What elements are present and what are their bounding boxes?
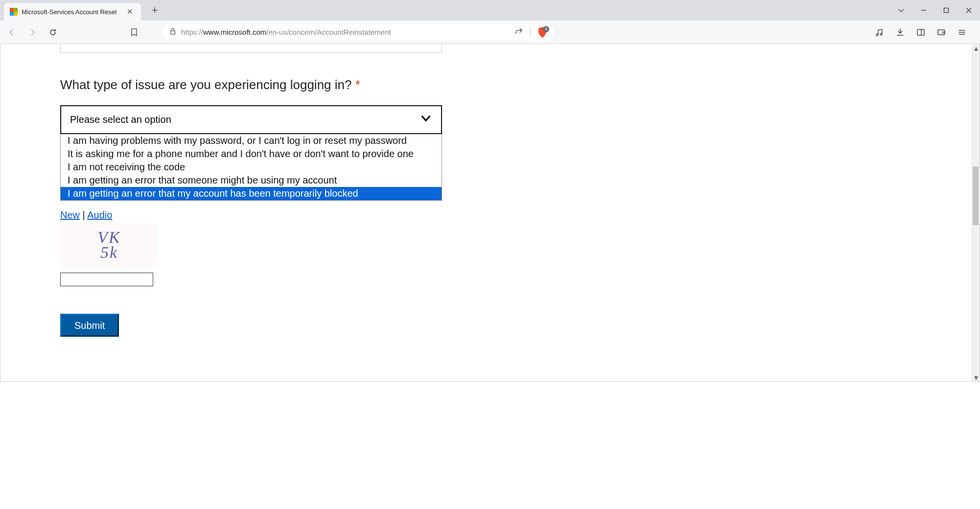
downloads-icon[interactable] (895, 27, 906, 38)
scrollbar-down-arrow[interactable]: ▾ (972, 373, 980, 381)
toolbar-right-icons (874, 27, 975, 38)
address-url: https://www.microsoft.com/en-us/concern/… (181, 28, 391, 36)
select-option[interactable]: I am getting an error that someone might… (61, 174, 442, 187)
nav-back-button[interactable] (5, 25, 19, 39)
captcha-input[interactable] (60, 273, 153, 286)
scrollbar-thumb[interactable] (973, 166, 979, 225)
new-tab-button[interactable]: + (148, 3, 162, 17)
captcha-new-link[interactable]: New (60, 209, 80, 220)
lock-icon (169, 27, 176, 37)
wallet-icon[interactable] (936, 27, 947, 38)
select-option[interactable]: I am having problems with my password, o… (61, 134, 442, 147)
select-placeholder: Please select an option (70, 114, 171, 125)
brave-shield-icon[interactable]: 3 (537, 27, 547, 38)
browser-chrome: Microsoft-Services Account Reset ✕ + (0, 0, 980, 44)
window-close-button[interactable] (957, 0, 980, 21)
microsoft-favicon (10, 8, 18, 16)
select-dropdown: I am having problems with my password, o… (60, 134, 442, 201)
tab-close-button[interactable]: ✕ (125, 7, 135, 16)
tab-bar: Microsoft-Services Account Reset ✕ + (0, 0, 980, 21)
tab-overflow-button[interactable] (890, 0, 912, 21)
svg-rect-2 (171, 31, 175, 34)
browser-tab[interactable]: Microsoft-Services Account Reset ✕ (4, 3, 141, 21)
issue-type-label: What type of issue are you experiencing … (60, 77, 911, 93)
svg-rect-3 (917, 29, 924, 35)
tab-title: Microsoft-Services Account Reset (22, 8, 121, 16)
captcha-audio-link[interactable]: Audio (87, 209, 112, 220)
browser-toolbar: https://www.microsoft.com/en-us/concern/… (0, 21, 980, 44)
menu-icon[interactable] (957, 27, 967, 38)
select-option[interactable]: It is asking me for a phone number and I… (61, 147, 442, 161)
media-icon[interactable] (874, 27, 885, 38)
address-bar[interactable]: https://www.microsoft.com/en-us/concern/… (163, 24, 554, 41)
nav-reload-button[interactable] (46, 25, 60, 39)
window-controls (890, 0, 980, 21)
required-marker: * (355, 77, 360, 92)
divider (530, 27, 531, 38)
captcha-image: VK 5k (60, 224, 158, 267)
share-icon[interactable] (514, 27, 523, 38)
partial-input-above[interactable] (60, 44, 442, 53)
window-minimize-button[interactable] (912, 0, 935, 21)
svg-rect-1 (944, 8, 949, 13)
svg-rect-6 (943, 32, 945, 33)
scrollbar-up-arrow[interactable]: ▴ (972, 44, 980, 52)
nav-forward-button[interactable] (25, 25, 39, 39)
submit-button[interactable]: Submit (60, 314, 119, 337)
page-viewport: What type of issue are you experiencing … (0, 44, 980, 382)
scrollbar[interactable]: ▴ ▾ (972, 44, 980, 381)
separator: | (80, 209, 87, 220)
sidebar-icon[interactable] (915, 27, 926, 38)
issue-type-select[interactable]: Please select an option I am having prob… (60, 105, 442, 201)
svg-rect-5 (938, 30, 945, 35)
chevron-down-icon (420, 112, 432, 127)
page-content: What type of issue are you experiencing … (0, 44, 980, 347)
select-option[interactable]: I am not receiving the code (61, 161, 442, 174)
select-box[interactable]: Please select an option (60, 105, 442, 134)
shield-count-badge: 3 (543, 26, 549, 32)
bookmark-icon[interactable] (127, 25, 141, 39)
select-option-highlighted[interactable]: I am getting an error that my account ha… (61, 187, 442, 200)
captcha-links: New | Audio (60, 209, 911, 221)
window-maximize-button[interactable] (935, 0, 957, 21)
